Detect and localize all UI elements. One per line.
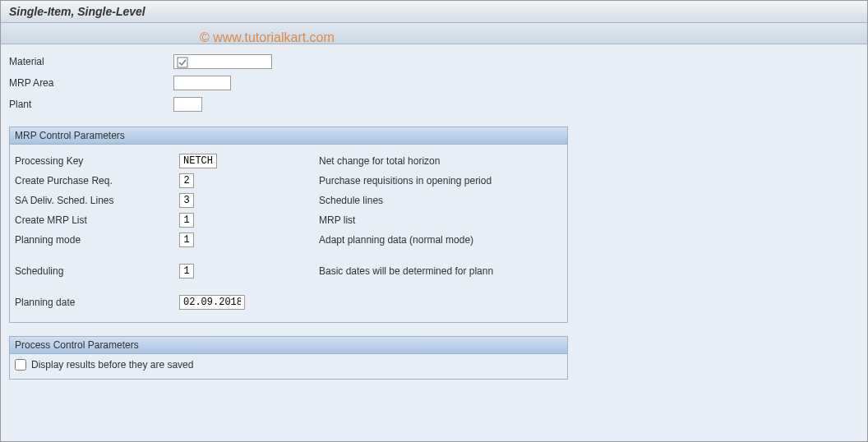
processing-key-input[interactable] (179, 154, 217, 168)
row-mrp-area: MRP Area (9, 74, 859, 92)
label-plant: Plant (9, 99, 173, 110)
label-display-results: Display results before they are saved (31, 359, 193, 371)
material-input[interactable] (173, 54, 272, 69)
row-sa-lines: SA Deliv. Sched. Lines Schedule lines (15, 191, 562, 210)
create-pr-input[interactable] (179, 173, 194, 188)
toolbar (1, 23, 867, 44)
row-planning-mode: Planning mode Adapt planning data (norma… (15, 230, 562, 250)
mrp-list-input[interactable] (179, 213, 194, 228)
title-text: Single-Item, Single-Level (9, 5, 145, 18)
desc-sa-lines: Schedule lines (319, 195, 383, 206)
plant-input[interactable] (173, 97, 202, 112)
label-material: Material (9, 56, 173, 67)
sa-lines-input[interactable] (179, 193, 194, 208)
row-processing-key: Processing Key Net change for total hori… (15, 151, 562, 171)
label-sa-lines: SA Deliv. Sched. Lines (15, 195, 179, 206)
process-control-group: Process Control Parameters Display resul… (9, 336, 568, 380)
row-scheduling: Scheduling Basic dates will be determine… (15, 261, 562, 281)
label-processing-key: Processing Key (15, 155, 179, 167)
mrp-group-body: Processing Key Net change for total hori… (10, 145, 567, 322)
label-planning-date: Planning date (15, 297, 179, 308)
planning-date-input[interactable] (179, 295, 245, 310)
label-mrp-list: Create MRP List (15, 214, 179, 226)
display-results-checkbox[interactable] (15, 359, 26, 371)
label-planning-mode: Planning mode (15, 234, 179, 246)
mrp-area-input[interactable] (173, 76, 231, 90)
content-area: Material MRP Area Plant MRP Control Para… (1, 44, 867, 388)
svg-rect-0 (178, 58, 187, 67)
page-title: Single-Item, Single-Level (1, 1, 867, 23)
row-create-pr: Create Purchase Req. Purchase requisitio… (15, 171, 562, 191)
label-mrp-area: MRP Area (9, 77, 173, 89)
process-group-title: Process Control Parameters (10, 337, 567, 354)
desc-processing-key: Net change for total horizon (319, 155, 440, 167)
scheduling-input[interactable] (179, 264, 194, 279)
desc-create-pr: Purchase requisitions in opening period (319, 175, 492, 186)
row-plant: Plant (9, 95, 859, 113)
label-create-pr: Create Purchase Req. (15, 175, 179, 186)
label-scheduling: Scheduling (15, 265, 179, 277)
planning-mode-input[interactable] (179, 233, 194, 247)
desc-planning-mode: Adapt planning data (normal mode) (319, 234, 473, 246)
desc-scheduling: Basic dates will be determined for plann (319, 265, 493, 277)
mrp-control-group: MRP Control Parameters Processing Key Ne… (9, 127, 568, 323)
row-material: Material (9, 53, 859, 71)
row-mrp-list: Create MRP List MRP list (15, 210, 562, 230)
desc-mrp-list: MRP list (319, 214, 355, 226)
search-help-icon[interactable] (177, 56, 188, 68)
row-planning-date: Planning date (15, 292, 562, 312)
mrp-group-title: MRP Control Parameters (10, 127, 567, 145)
row-display-results: Display results before they are saved (10, 354, 567, 379)
